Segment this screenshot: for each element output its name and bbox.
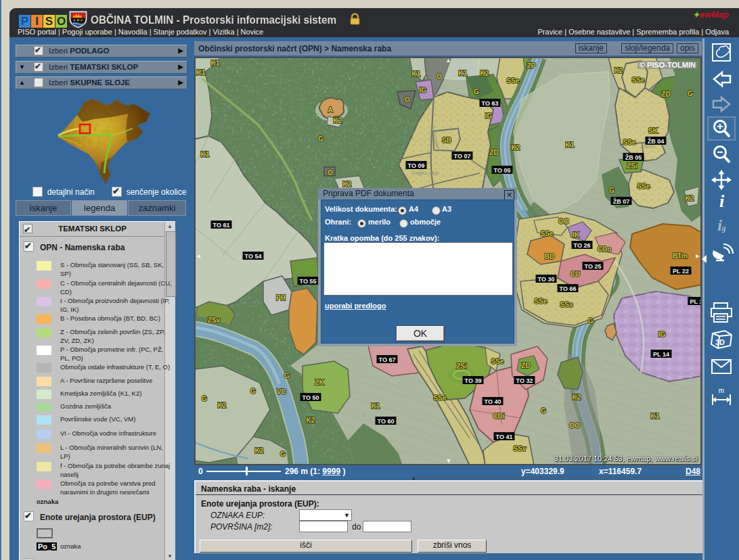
svg-text:m: m (719, 387, 724, 394)
svg-text:3D: 3D (715, 338, 725, 346)
